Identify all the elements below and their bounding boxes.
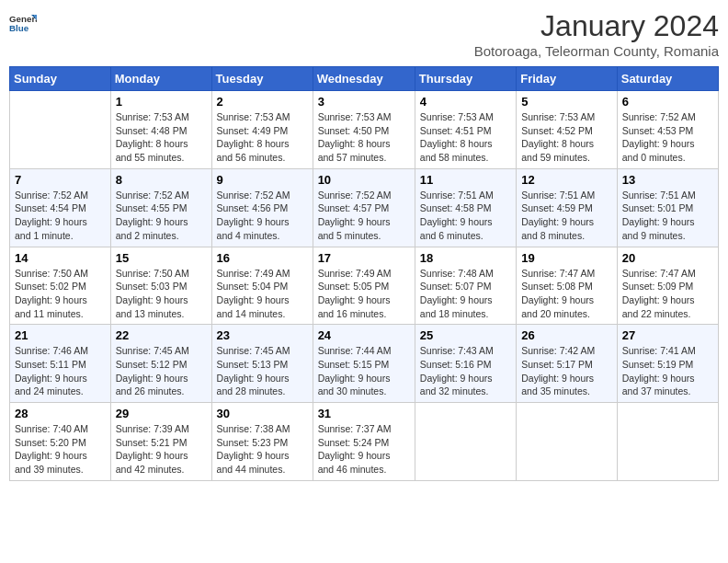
day-info: Sunrise: 7:51 AMSunset: 4:58 PMDaylight:… xyxy=(420,189,511,243)
day-number: 28 xyxy=(15,407,106,420)
day-number: 25 xyxy=(420,328,511,342)
day-number: 1 xyxy=(116,95,207,109)
day-info: Sunrise: 7:40 AMSunset: 5:20 PMDaylight:… xyxy=(15,422,106,477)
day-number: 27 xyxy=(622,328,713,342)
calendar-day-cell: 15Sunrise: 7:50 AMSunset: 5:03 PMDayligh… xyxy=(110,247,211,325)
day-info: Sunrise: 7:53 AMSunset: 4:49 PMDaylight:… xyxy=(217,110,308,165)
calendar-day-cell: 2Sunrise: 7:53 AMSunset: 4:49 PMDaylight… xyxy=(211,91,313,169)
logo-icon: General Blue xyxy=(9,9,37,37)
logo: General Blue xyxy=(9,9,37,37)
calendar-day-cell: 22Sunrise: 7:45 AMSunset: 5:12 PMDayligh… xyxy=(110,325,211,403)
calendar-day-cell: 28Sunrise: 7:40 AMSunset: 5:20 PMDayligh… xyxy=(10,403,111,481)
calendar-week-row: 7Sunrise: 7:52 AMSunset: 4:54 PMDaylight… xyxy=(10,168,719,247)
calendar-day-cell: 31Sunrise: 7:37 AMSunset: 5:24 PMDayligh… xyxy=(313,403,415,481)
day-info: Sunrise: 7:53 AMSunset: 4:51 PMDaylight:… xyxy=(420,110,511,165)
day-info: Sunrise: 7:42 AMSunset: 5:17 PMDaylight:… xyxy=(521,344,612,398)
calendar-day-cell: 19Sunrise: 7:47 AMSunset: 5:08 PMDayligh… xyxy=(517,247,618,325)
calendar-day-cell: 9Sunrise: 7:52 AMSunset: 4:56 PMDaylight… xyxy=(211,168,313,247)
day-info: Sunrise: 7:37 AMSunset: 5:24 PMDaylight:… xyxy=(318,422,410,477)
calendar-day-cell: 14Sunrise: 7:50 AMSunset: 5:02 PMDayligh… xyxy=(10,247,111,325)
day-number: 20 xyxy=(622,251,713,265)
day-number: 24 xyxy=(318,328,410,342)
day-number: 31 xyxy=(318,407,410,420)
day-of-week-header: Monday xyxy=(110,67,211,91)
calendar-day-cell: 21Sunrise: 7:46 AMSunset: 5:11 PMDayligh… xyxy=(10,325,111,403)
day-of-week-header: Thursday xyxy=(415,67,516,91)
calendar-day-cell: 3Sunrise: 7:53 AMSunset: 4:50 PMDaylight… xyxy=(313,91,415,169)
day-info: Sunrise: 7:53 AMSunset: 4:52 PMDaylight:… xyxy=(521,110,612,165)
calendar-table: SundayMondayTuesdayWednesdayThursdayFrid… xyxy=(9,66,719,481)
calendar-header-row: SundayMondayTuesdayWednesdayThursdayFrid… xyxy=(10,67,719,91)
day-info: Sunrise: 7:52 AMSunset: 4:56 PMDaylight:… xyxy=(217,189,308,243)
calendar-day-cell: 7Sunrise: 7:52 AMSunset: 4:54 PMDaylight… xyxy=(10,168,111,247)
day-info: Sunrise: 7:53 AMSunset: 4:48 PMDaylight:… xyxy=(116,110,207,165)
calendar-day-cell: 1Sunrise: 7:53 AMSunset: 4:48 PMDaylight… xyxy=(110,91,211,169)
day-number: 23 xyxy=(217,328,308,342)
day-number: 16 xyxy=(217,251,308,265)
day-number: 15 xyxy=(116,251,207,265)
calendar-day-cell: 16Sunrise: 7:49 AMSunset: 5:04 PMDayligh… xyxy=(211,247,313,325)
calendar-day-cell: 6Sunrise: 7:52 AMSunset: 4:53 PMDaylight… xyxy=(617,91,718,169)
calendar-day-cell: 4Sunrise: 7:53 AMSunset: 4:51 PMDaylight… xyxy=(415,91,516,169)
calendar-day-cell: 11Sunrise: 7:51 AMSunset: 4:58 PMDayligh… xyxy=(415,168,516,247)
calendar-day-cell: 13Sunrise: 7:51 AMSunset: 5:01 PMDayligh… xyxy=(617,168,718,247)
calendar-day-cell: 30Sunrise: 7:38 AMSunset: 5:23 PMDayligh… xyxy=(211,403,313,481)
calendar-day-cell xyxy=(517,403,618,481)
day-number: 21 xyxy=(15,328,106,342)
calendar-day-cell: 25Sunrise: 7:43 AMSunset: 5:16 PMDayligh… xyxy=(415,325,516,403)
day-number: 8 xyxy=(116,173,207,187)
day-info: Sunrise: 7:45 AMSunset: 5:12 PMDaylight:… xyxy=(116,344,207,398)
calendar-week-row: 14Sunrise: 7:50 AMSunset: 5:02 PMDayligh… xyxy=(10,247,719,325)
calendar-day-cell xyxy=(617,403,718,481)
calendar-day-cell xyxy=(10,91,111,169)
day-number: 4 xyxy=(420,95,511,109)
svg-text:Blue: Blue xyxy=(9,23,29,33)
day-info: Sunrise: 7:49 AMSunset: 5:05 PMDaylight:… xyxy=(318,267,410,321)
calendar-day-cell: 23Sunrise: 7:45 AMSunset: 5:13 PMDayligh… xyxy=(211,325,313,403)
calendar-day-cell: 20Sunrise: 7:47 AMSunset: 5:09 PMDayligh… xyxy=(617,247,718,325)
day-info: Sunrise: 7:53 AMSunset: 4:50 PMDaylight:… xyxy=(318,110,410,165)
day-number: 22 xyxy=(116,328,207,342)
calendar-day-cell: 17Sunrise: 7:49 AMSunset: 5:05 PMDayligh… xyxy=(313,247,415,325)
day-info: Sunrise: 7:50 AMSunset: 5:02 PMDaylight:… xyxy=(15,267,106,321)
day-info: Sunrise: 7:39 AMSunset: 5:21 PMDaylight:… xyxy=(116,422,207,477)
day-info: Sunrise: 7:45 AMSunset: 5:13 PMDaylight:… xyxy=(217,344,308,398)
day-number: 19 xyxy=(521,251,612,265)
day-info: Sunrise: 7:44 AMSunset: 5:15 PMDaylight:… xyxy=(318,344,410,398)
calendar-day-cell: 26Sunrise: 7:42 AMSunset: 5:17 PMDayligh… xyxy=(517,325,618,403)
day-of-week-header: Tuesday xyxy=(211,67,313,91)
day-info: Sunrise: 7:48 AMSunset: 5:07 PMDaylight:… xyxy=(420,267,511,321)
month-title: January 2024 xyxy=(474,9,719,43)
location-subtitle: Botoroaga, Teleorman County, Romania xyxy=(474,43,719,59)
page-header: General Blue January 2024 Botoroaga, Tel… xyxy=(9,9,719,59)
title-block: January 2024 Botoroaga, Teleorman County… xyxy=(474,9,719,59)
calendar-week-row: 1Sunrise: 7:53 AMSunset: 4:48 PMDaylight… xyxy=(10,91,719,169)
day-number: 9 xyxy=(217,173,308,187)
day-of-week-header: Saturday xyxy=(617,67,718,91)
day-number: 3 xyxy=(318,95,410,109)
day-info: Sunrise: 7:38 AMSunset: 5:23 PMDaylight:… xyxy=(217,422,308,477)
calendar-day-cell: 24Sunrise: 7:44 AMSunset: 5:15 PMDayligh… xyxy=(313,325,415,403)
day-number: 12 xyxy=(521,173,612,187)
day-info: Sunrise: 7:41 AMSunset: 5:19 PMDaylight:… xyxy=(622,344,713,398)
day-number: 5 xyxy=(521,95,612,109)
day-info: Sunrise: 7:46 AMSunset: 5:11 PMDaylight:… xyxy=(15,344,106,398)
day-info: Sunrise: 7:52 AMSunset: 4:53 PMDaylight:… xyxy=(622,110,713,165)
day-of-week-header: Friday xyxy=(517,67,618,91)
day-info: Sunrise: 7:51 AMSunset: 4:59 PMDaylight:… xyxy=(521,189,612,243)
day-number: 26 xyxy=(521,328,612,342)
calendar-day-cell: 29Sunrise: 7:39 AMSunset: 5:21 PMDayligh… xyxy=(110,403,211,481)
day-number: 14 xyxy=(15,251,106,265)
day-info: Sunrise: 7:52 AMSunset: 4:54 PMDaylight:… xyxy=(15,189,106,243)
calendar-day-cell: 27Sunrise: 7:41 AMSunset: 5:19 PMDayligh… xyxy=(617,325,718,403)
calendar-day-cell: 5Sunrise: 7:53 AMSunset: 4:52 PMDaylight… xyxy=(517,91,618,169)
day-info: Sunrise: 7:51 AMSunset: 5:01 PMDaylight:… xyxy=(622,189,713,243)
day-number: 7 xyxy=(15,173,106,187)
calendar-week-row: 21Sunrise: 7:46 AMSunset: 5:11 PMDayligh… xyxy=(10,325,719,403)
day-info: Sunrise: 7:52 AMSunset: 4:55 PMDaylight:… xyxy=(116,189,207,243)
day-number: 10 xyxy=(318,173,410,187)
day-number: 18 xyxy=(420,251,511,265)
day-number: 29 xyxy=(116,407,207,420)
day-info: Sunrise: 7:49 AMSunset: 5:04 PMDaylight:… xyxy=(217,267,308,321)
day-number: 30 xyxy=(217,407,308,420)
